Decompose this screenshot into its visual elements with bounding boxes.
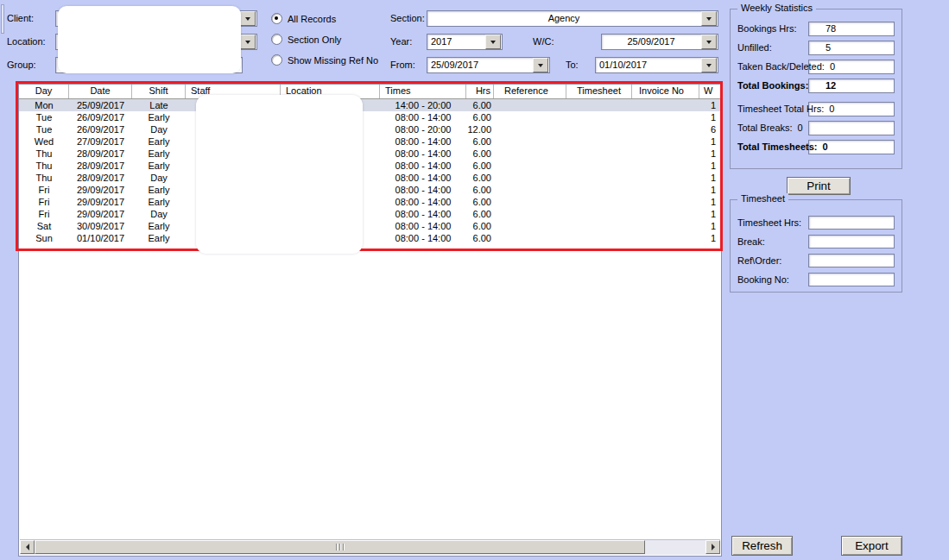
cell: [494, 111, 566, 123]
horizontal-scrollbar[interactable]: [20, 539, 720, 555]
cell: Early: [132, 111, 186, 123]
bookings-window: Client: Location: Group: Section: Year: …: [0, 0, 949, 560]
booking-row[interactable]: Thu28/09/2017Day08:00 - 14:006.001: [19, 172, 721, 184]
chevron-down-icon: [245, 41, 250, 44]
booking-row[interactable]: Fri29/09/2017Early08:00 - 14:006.001: [19, 184, 721, 196]
location-combo-arrow[interactable]: [240, 35, 256, 49]
booking-row[interactable]: Mon25/09/2017Late14:00 - 20:006.001: [19, 99, 721, 111]
cell: Day: [132, 123, 186, 135]
cell: 08:00 - 14:00: [380, 196, 466, 208]
wc-combo-arrow[interactable]: [701, 35, 717, 49]
cell: 1: [699, 196, 721, 208]
radio-button-icon: [271, 13, 282, 24]
print-button[interactable]: Print: [787, 177, 851, 195]
stat-row: Unfilled:5: [737, 41, 895, 55]
cell: 27/09/2017: [69, 135, 132, 148]
cell: Early: [132, 184, 186, 196]
stat-value-box[interactable]: [808, 121, 895, 135]
section-combo[interactable]: Agency: [427, 10, 718, 27]
cell: 6.00: [466, 111, 494, 123]
client-combo-arrow[interactable]: [240, 11, 256, 26]
booking-row[interactable]: Tue26/09/2017Early08:00 - 14:006.001: [19, 111, 721, 123]
stat-value-box[interactable]: [808, 79, 895, 93]
wc-combo-value: 25/09/2017: [602, 35, 700, 49]
cell: [494, 99, 566, 111]
cell: [632, 172, 699, 184]
chevron-down-icon: [706, 64, 712, 67]
column-header-w[interactable]: W: [699, 85, 721, 98]
cell: [566, 99, 632, 111]
column-header-reference[interactable]: Reference: [494, 85, 566, 98]
cell: [494, 208, 566, 220]
column-header-hrs[interactable]: Hrs: [466, 85, 494, 98]
radio-section-only[interactable]: Section Only: [271, 33, 418, 46]
stat-label: Bookings Hrs:: [737, 23, 796, 34]
section-combo-arrow[interactable]: [701, 11, 717, 26]
to-combo[interactable]: 01/10/2017: [595, 57, 718, 73]
from-combo[interactable]: 25/09/2017: [427, 57, 550, 73]
year-combo[interactable]: 2017: [427, 34, 503, 50]
column-header-invoice-no[interactable]: Invoice No: [632, 85, 699, 98]
column-header-day[interactable]: Day: [19, 85, 69, 98]
splitter-handle[interactable]: [1, 4, 4, 34]
wc-label: W/C:: [533, 36, 554, 47]
scroll-right-button[interactable]: [705, 540, 720, 554]
client-label: Client:: [7, 13, 34, 23]
stat-value-box[interactable]: [808, 41, 895, 55]
wc-combo[interactable]: 25/09/2017: [601, 34, 718, 50]
radio-show-missing-ref-no[interactable]: Show Missing Ref No: [271, 53, 418, 66]
cell: Early: [132, 135, 186, 148]
from-combo-arrow[interactable]: [533, 58, 548, 72]
cell: 1: [699, 160, 721, 172]
column-header-times[interactable]: Times: [380, 85, 466, 98]
scrollbar-thumb[interactable]: [35, 540, 645, 554]
scrollbar-track[interactable]: [35, 540, 705, 555]
cell: Thu: [19, 160, 69, 172]
column-header-shift[interactable]: Shift: [132, 85, 186, 98]
cell: 6.00: [466, 184, 494, 196]
cell: 6.00: [466, 220, 494, 232]
stat-value-box[interactable]: [808, 22, 895, 36]
scroll-left-button[interactable]: [20, 540, 35, 554]
booking-row[interactable]: Sat30/09/2017Early08:00 - 14:006.001: [19, 220, 721, 232]
cell: [494, 220, 566, 232]
column-header-timesheet[interactable]: Timesheet: [566, 85, 632, 98]
timesheet-field-input[interactable]: [808, 235, 895, 249]
arrow-right-icon: [712, 544, 715, 551]
booking-row[interactable]: Wed27/09/2017Early08:00 - 14:006.001: [19, 135, 721, 148]
column-header-date[interactable]: Date: [69, 85, 132, 98]
timesheet-field-row: Ref\Order:: [737, 254, 895, 267]
booking-row[interactable]: Thu28/09/2017Early08:00 - 14:006.001: [19, 160, 721, 172]
booking-row[interactable]: Sun01/10/2017Early08:00 - 14:006.001: [19, 232, 721, 244]
cell: 6.00: [466, 208, 494, 220]
to-combo-value: 01/10/2017: [596, 58, 700, 72]
cell: [632, 123, 699, 135]
cell: 1: [699, 232, 721, 244]
booking-row[interactable]: Fri29/09/2017Day08:00 - 14:006.001: [19, 208, 721, 220]
stat-value: 0: [823, 142, 828, 152]
stat-value-box[interactable]: [808, 140, 895, 154]
stat-label: Total Bookings:: [737, 80, 808, 91]
radio-all-records[interactable]: All Records: [271, 12, 418, 25]
booking-row[interactable]: Fri29/09/2017Early08:00 - 14:006.001: [19, 196, 721, 208]
cell: [566, 172, 632, 184]
cell: Sun: [19, 232, 69, 244]
refresh-button[interactable]: Refresh: [731, 536, 793, 556]
booking-row[interactable]: Tue26/09/2017Day08:00 - 20:0012.006: [19, 123, 721, 135]
group-label: Group:: [7, 60, 36, 70]
cell: [494, 148, 566, 160]
booking-row[interactable]: Thu28/09/2017Early08:00 - 14:006.001: [19, 148, 721, 160]
to-combo-arrow[interactable]: [701, 58, 717, 72]
export-button[interactable]: Export: [841, 536, 902, 556]
cell: 28/09/2017: [69, 160, 132, 172]
chevron-down-icon: [538, 64, 543, 67]
chevron-down-icon: [706, 41, 712, 44]
cell: 6.00: [466, 196, 494, 208]
cell: [632, 99, 699, 111]
timesheet-field-input[interactable]: [808, 254, 895, 267]
timesheet-field-input[interactable]: [808, 216, 895, 230]
timesheet-field-input[interactable]: [808, 273, 895, 286]
cell: [494, 172, 566, 184]
cell: 08:00 - 14:00: [380, 184, 466, 196]
year-combo-arrow[interactable]: [485, 35, 501, 49]
